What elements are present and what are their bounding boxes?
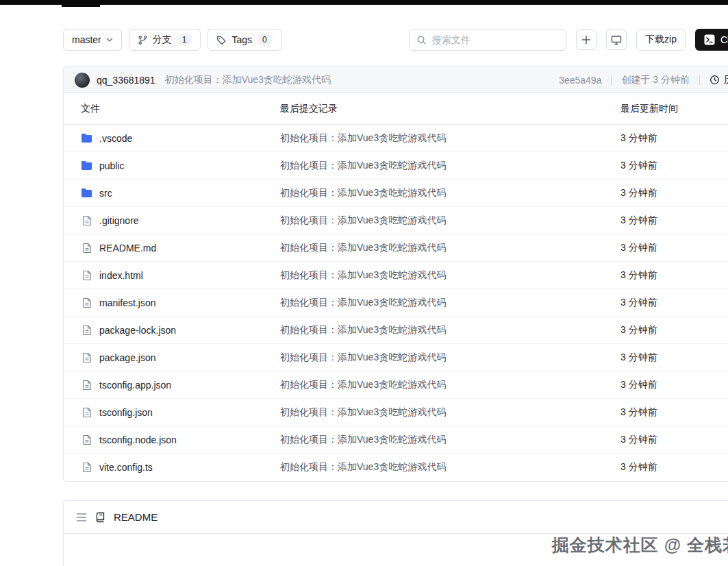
search-icon bbox=[416, 35, 427, 45]
commit-created-time: 创建于 3 分钟前 bbox=[621, 74, 690, 86]
chevron-down-icon bbox=[106, 38, 113, 42]
row-updated-time: 3 分钟前 bbox=[620, 242, 728, 254]
file-cell: vite.config.ts bbox=[64, 462, 280, 473]
row-commit-message[interactable]: 初始化项目：添加Vue3贪吃蛇游戏代码 bbox=[280, 132, 620, 145]
file-icon bbox=[81, 215, 92, 226]
table-row[interactable]: .gitignore 初始化项目：添加Vue3贪吃蛇游戏代码 3 分钟前 bbox=[64, 207, 728, 234]
tags-button[interactable]: Tags 0 bbox=[208, 29, 281, 51]
author-avatar[interactable] bbox=[75, 73, 90, 88]
repo-page: master 分支 1 Tags 0 bbox=[0, 0, 728, 566]
file-name-link[interactable]: tsconfig.json bbox=[99, 407, 153, 418]
header-last-commit: 最后提交记录 bbox=[280, 103, 620, 115]
web-ide-button[interactable] bbox=[606, 29, 627, 50]
row-commit-message[interactable]: 初始化项目：添加Vue3贪吃蛇游戏代码 bbox=[280, 461, 620, 473]
row-commit-message[interactable]: 初始化项目：添加Vue3贪吃蛇游戏代码 bbox=[280, 379, 620, 391]
file-cell: src bbox=[64, 188, 280, 199]
row-commit-message[interactable]: 初始化项目：添加Vue3贪吃蛇游戏代码 bbox=[280, 434, 620, 446]
file-list: .vscode 初始化项目：添加Vue3贪吃蛇游戏代码 3 分钟前 public bbox=[64, 125, 728, 481]
row-updated-time: 3 分钟前 bbox=[620, 269, 728, 282]
history-commits-link[interactable]: 历史提交 bbox=[710, 74, 728, 86]
table-row[interactable]: index.html 初始化项目：添加Vue3贪吃蛇游戏代码 3 分钟前 bbox=[64, 262, 728, 289]
file-search-box[interactable] bbox=[409, 29, 566, 51]
file-icon bbox=[81, 270, 92, 281]
table-row[interactable]: manifest.json 初始化项目：添加Vue3贪吃蛇游戏代码 3 分钟前 bbox=[64, 289, 728, 317]
table-row[interactable]: vite.config.ts 初始化项目：添加Vue3贪吃蛇游戏代码 3 分钟前 bbox=[64, 454, 728, 481]
row-updated-time: 3 分钟前 bbox=[620, 297, 728, 309]
table-row[interactable]: README.md 初始化项目：添加Vue3贪吃蛇游戏代码 3 分钟前 bbox=[64, 234, 728, 262]
branches-button[interactable]: 分支 1 bbox=[129, 29, 201, 51]
readme-title: README bbox=[114, 511, 158, 523]
file-cell: public bbox=[64, 160, 280, 171]
file-cell: tsconfig.node.json bbox=[64, 434, 280, 445]
search-input[interactable] bbox=[432, 34, 559, 45]
table-row[interactable]: package-lock.json 初始化项目：添加Vue3贪吃蛇游戏代码 3 … bbox=[64, 317, 728, 344]
file-icon bbox=[81, 325, 92, 336]
file-name-link[interactable]: tsconfig.node.json bbox=[99, 434, 177, 445]
add-file-button[interactable] bbox=[576, 29, 597, 50]
row-updated-time: 3 分钟前 bbox=[620, 379, 728, 391]
table-row[interactable]: tsconfig.json 初始化项目：添加Vue3贪吃蛇游戏代码 3 分钟前 bbox=[64, 399, 728, 426]
file-cell: tsconfig.json bbox=[64, 407, 280, 418]
row-updated-time: 3 分钟前 bbox=[620, 324, 728, 336]
book-icon bbox=[95, 512, 105, 523]
row-updated-time: 3 分钟前 bbox=[620, 214, 728, 227]
latest-commit-bar: qq_33681891 初始化项目：添加Vue3贪吃蛇游戏代码 3ee5a49a… bbox=[64, 67, 728, 93]
terminal-icon bbox=[704, 34, 715, 45]
commit-author[interactable]: qq_33681891 bbox=[97, 75, 155, 86]
file-name-link[interactable]: src bbox=[99, 188, 112, 199]
table-row[interactable]: public 初始化项目：添加Vue3贪吃蛇游戏代码 3 分钟前 bbox=[64, 152, 728, 180]
file-name-link[interactable]: manifest.json bbox=[99, 297, 155, 308]
row-updated-time: 3 分钟前 bbox=[620, 352, 728, 364]
branch-selector[interactable]: master bbox=[63, 29, 122, 51]
tags-label: Tags bbox=[231, 34, 252, 45]
table-row[interactable]: .vscode 初始化项目：添加Vue3贪吃蛇游戏代码 3 分钟前 bbox=[64, 125, 728, 152]
row-commit-message[interactable]: 初始化项目：添加Vue3贪吃蛇游戏代码 bbox=[280, 187, 620, 199]
file-icon bbox=[81, 352, 92, 363]
file-name-link[interactable]: package.json bbox=[99, 352, 156, 363]
file-name-link[interactable]: tsconfig.app.json bbox=[99, 380, 171, 391]
commit-hash[interactable]: 3ee5a49a bbox=[559, 75, 601, 86]
row-updated-time: 3 分钟前 bbox=[620, 461, 728, 473]
branches-label: 分支 bbox=[153, 34, 172, 46]
row-commit-message[interactable]: 初始化项目：添加Vue3贪吃蛇游戏代码 bbox=[280, 269, 620, 282]
file-icon bbox=[81, 462, 92, 473]
row-commit-message[interactable]: 初始化项目：添加Vue3贪吃蛇游戏代码 bbox=[280, 324, 620, 336]
row-commit-message[interactable]: 初始化项目：添加Vue3贪吃蛇游戏代码 bbox=[280, 242, 620, 254]
readme-body: 掘金技术社区 @ 全栈若城 bbox=[64, 534, 728, 566]
file-name-link[interactable]: README.md bbox=[99, 243, 156, 254]
clone-button[interactable]: Clone bbox=[695, 29, 728, 51]
file-cell: index.html bbox=[64, 270, 280, 281]
folder-icon bbox=[81, 133, 92, 143]
table-row[interactable]: tsconfig.app.json 初始化项目：添加Vue3贪吃蛇游戏代码 3 … bbox=[64, 371, 728, 399]
row-commit-message[interactable]: 初始化项目：添加Vue3贪吃蛇游戏代码 bbox=[280, 406, 620, 419]
table-row[interactable]: src 初始化项目：添加Vue3贪吃蛇游戏代码 3 分钟前 bbox=[64, 180, 728, 207]
repo-content: master 分支 1 Tags 0 bbox=[63, 7, 728, 566]
row-commit-message[interactable]: 初始化项目：添加Vue3贪吃蛇游戏代码 bbox=[280, 160, 620, 172]
row-updated-time: 3 分钟前 bbox=[620, 160, 728, 172]
outline-menu-icon[interactable] bbox=[76, 513, 87, 522]
row-commit-message[interactable]: 初始化项目：添加Vue3贪吃蛇游戏代码 bbox=[280, 214, 620, 227]
file-cell: .vscode bbox=[64, 133, 280, 144]
file-name-link[interactable]: .vscode bbox=[99, 133, 132, 144]
row-updated-time: 3 分钟前 bbox=[620, 132, 728, 145]
branch-selector-label: master bbox=[72, 34, 101, 45]
clone-button-label: Clone bbox=[720, 34, 728, 45]
file-name-link[interactable]: index.html bbox=[99, 270, 143, 281]
table-row[interactable]: package.json 初始化项目：添加Vue3贪吃蛇游戏代码 3 分钟前 bbox=[64, 344, 728, 371]
file-icon bbox=[81, 407, 92, 418]
row-commit-message[interactable]: 初始化项目：添加Vue3贪吃蛇游戏代码 bbox=[280, 352, 620, 364]
plus-icon bbox=[581, 35, 591, 45]
commit-message[interactable]: 初始化项目：添加Vue3贪吃蛇游戏代码 bbox=[165, 74, 331, 86]
row-commit-message[interactable]: 初始化项目：添加Vue3贪吃蛇游戏代码 bbox=[280, 297, 620, 309]
table-row[interactable]: tsconfig.node.json 初始化项目：添加Vue3贪吃蛇游戏代码 3… bbox=[64, 426, 728, 454]
file-name-link[interactable]: public bbox=[99, 160, 125, 171]
readme-card: README 掘金技术社区 @ 全栈若城 bbox=[63, 500, 728, 566]
file-icon bbox=[81, 380, 92, 391]
file-name-link[interactable]: .gitignore bbox=[99, 215, 139, 226]
table-header-row: 文件 最后提交记录 最后更新时间 bbox=[64, 93, 728, 125]
download-zip-button[interactable]: 下载zip bbox=[636, 29, 686, 51]
file-cell: tsconfig.app.json bbox=[64, 380, 280, 391]
file-name-link[interactable]: package-lock.json bbox=[99, 325, 176, 336]
branches-count-badge: 1 bbox=[177, 34, 192, 46]
file-name-link[interactable]: vite.config.ts bbox=[99, 462, 153, 473]
